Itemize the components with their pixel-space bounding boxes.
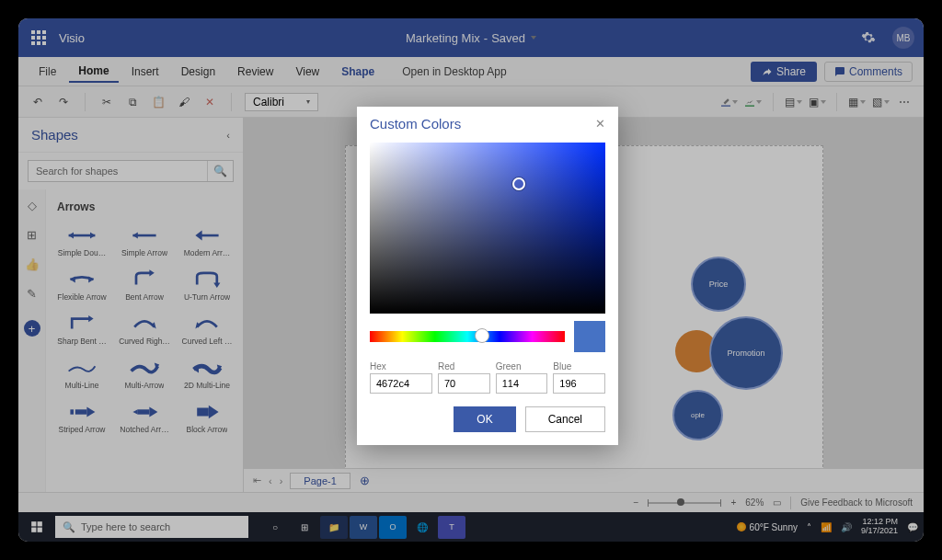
line-color-tool[interactable] bbox=[745, 94, 762, 110]
shape-item[interactable]: Multi-Line bbox=[52, 353, 112, 394]
settings-icon[interactable] bbox=[857, 27, 879, 49]
send-back-icon[interactable]: ▧ bbox=[872, 94, 889, 110]
arrow-shape-icon bbox=[128, 401, 161, 423]
stencil-icon[interactable]: ◇ bbox=[24, 197, 40, 213]
stencil-icon[interactable]: ✎ bbox=[24, 285, 40, 302]
edge-icon[interactable]: 🌐 bbox=[408, 516, 436, 539]
copy-icon[interactable]: ⧉ bbox=[124, 94, 141, 110]
close-icon[interactable]: ✕ bbox=[595, 117, 605, 131]
shape-label: Multi-Line bbox=[65, 381, 99, 390]
delete-icon[interactable]: ✕ bbox=[201, 94, 218, 110]
bring-front-icon[interactable]: ▦ bbox=[848, 94, 865, 110]
tab-review[interactable]: Review bbox=[228, 62, 282, 82]
shape-item[interactable]: Sharp Bent … bbox=[52, 309, 112, 349]
tab-design[interactable]: Design bbox=[172, 62, 224, 82]
blue-input[interactable] bbox=[553, 373, 605, 394]
redo-icon[interactable]: ↷ bbox=[55, 94, 72, 110]
teams-icon[interactable]: T bbox=[438, 516, 465, 539]
network-icon[interactable]: 📶 bbox=[821, 522, 832, 532]
shape-item[interactable]: Curved Righ… bbox=[114, 309, 175, 349]
shape-item[interactable]: Bent Arrow bbox=[114, 265, 175, 305]
paste-icon[interactable]: 📋 bbox=[150, 94, 167, 110]
feedback-link[interactable]: Give Feedback to Microsoft bbox=[800, 497, 913, 508]
shape-item[interactable]: Block Arrow bbox=[177, 397, 237, 438]
doc-title[interactable]: Marketing Mix - Saved bbox=[85, 31, 857, 45]
arrow-shape-icon bbox=[65, 357, 98, 379]
diagram-circle[interactable]: Price bbox=[691, 257, 746, 312]
svg-rect-27 bbox=[31, 521, 36, 526]
clock[interactable]: 12:12 PM 9/17/2021 bbox=[861, 518, 898, 536]
cancel-button[interactable]: Cancel bbox=[525, 406, 605, 432]
arrange-tool[interactable]: ▣ bbox=[809, 94, 825, 110]
page-first-icon[interactable]: ⇤ bbox=[253, 474, 261, 486]
fill-color-tool[interactable] bbox=[721, 94, 738, 110]
add-page-button[interactable]: ⊕ bbox=[358, 473, 373, 488]
shape-item[interactable]: Simple Dou… bbox=[52, 221, 112, 261]
tab-shape[interactable]: Shape bbox=[332, 62, 384, 82]
diagram-circle[interactable]: ople bbox=[672, 390, 723, 440]
page-tab[interactable]: Page-1 bbox=[290, 473, 350, 489]
fit-page-icon[interactable]: ▭ bbox=[773, 497, 781, 508]
zoom-out-icon[interactable]: − bbox=[634, 497, 639, 508]
font-selector[interactable]: Calibri▾ bbox=[245, 93, 318, 111]
hue-thumb[interactable] bbox=[475, 328, 489, 343]
more-icon[interactable]: ⋯ bbox=[896, 94, 913, 110]
shape-item[interactable]: U-Turn Arrow bbox=[177, 265, 237, 305]
weather-widget[interactable]: 60°F Sunny bbox=[737, 522, 798, 532]
start-button[interactable] bbox=[24, 516, 50, 538]
taskbar-search[interactable]: 🔍 Type here to search bbox=[55, 516, 248, 538]
red-input[interactable] bbox=[438, 373, 490, 394]
open-in-desktop[interactable]: Open in Desktop App bbox=[402, 65, 506, 78]
share-button[interactable]: Share bbox=[751, 62, 817, 82]
format-painter-icon[interactable]: 🖌 bbox=[176, 94, 192, 110]
tab-home[interactable]: Home bbox=[69, 61, 118, 83]
diagram-circle[interactable]: Promotion bbox=[709, 316, 783, 390]
add-stencil-button[interactable]: + bbox=[24, 320, 40, 337]
outlook-icon[interactable]: O bbox=[379, 516, 407, 539]
file-explorer-icon[interactable]: 📁 bbox=[320, 516, 348, 539]
sound-icon[interactable]: 🔊 bbox=[841, 522, 852, 532]
align-tool[interactable]: ▤ bbox=[785, 94, 801, 110]
undo-icon[interactable]: ↶ bbox=[29, 94, 46, 110]
app-launcher-icon[interactable] bbox=[31, 30, 46, 45]
svg-marker-26 bbox=[209, 406, 219, 418]
saturation-value-picker[interactable] bbox=[370, 143, 605, 314]
shape-item[interactable]: Curved Left … bbox=[177, 309, 237, 349]
tab-insert[interactable]: Insert bbox=[122, 62, 168, 82]
task-view-icon[interactable]: ⊞ bbox=[291, 516, 318, 539]
shape-item[interactable]: Simple Arrow bbox=[114, 221, 175, 261]
collapse-panel-icon[interactable]: ‹ bbox=[226, 130, 230, 141]
user-avatar[interactable]: MB bbox=[892, 27, 914, 49]
ok-button[interactable]: OK bbox=[454, 406, 515, 432]
shape-item[interactable]: Striped Arrow bbox=[52, 397, 112, 438]
shape-item[interactable]: Notched Arr… bbox=[114, 397, 175, 438]
tab-view[interactable]: View bbox=[286, 62, 328, 82]
shapes-search-input[interactable] bbox=[29, 161, 207, 181]
hue-slider[interactable] bbox=[370, 331, 565, 342]
shape-item[interactable]: Modern Arr… bbox=[177, 221, 237, 261]
green-input[interactable] bbox=[496, 373, 548, 394]
shape-item[interactable]: Multi-Arrow bbox=[114, 353, 175, 394]
status-bar: − + 62% ▭ Give Feedback to Microsoft bbox=[18, 492, 924, 512]
notifications-icon[interactable]: 💬 bbox=[907, 522, 918, 532]
blue-label: Blue bbox=[553, 361, 605, 371]
shape-item[interactable]: Flexible Arrow bbox=[52, 265, 112, 305]
zoom-slider[interactable] bbox=[648, 502, 721, 504]
stencil-icon[interactable]: ⊞ bbox=[24, 226, 40, 243]
shape-item[interactable]: 2D Multi-Line bbox=[177, 353, 237, 394]
search-icon[interactable]: 🔍 bbox=[207, 161, 233, 181]
page-prev-icon[interactable]: ‹ bbox=[269, 475, 272, 486]
cortana-icon[interactable]: ○ bbox=[261, 516, 289, 539]
comments-button[interactable]: Comments bbox=[824, 62, 913, 82]
word-icon[interactable]: W bbox=[350, 516, 377, 539]
arrow-shape-icon bbox=[190, 224, 224, 246]
hex-input[interactable] bbox=[370, 373, 432, 394]
zoom-in-icon[interactable]: + bbox=[730, 497, 736, 508]
page-next-icon[interactable]: › bbox=[280, 475, 283, 486]
stencil-icon[interactable]: 👍 bbox=[24, 256, 40, 272]
svg-rect-29 bbox=[31, 528, 36, 532]
cut-icon[interactable]: ✂ bbox=[98, 94, 115, 110]
sv-cursor[interactable] bbox=[512, 177, 525, 190]
tab-file[interactable]: File bbox=[29, 62, 65, 82]
tray-chevron-icon[interactable]: ˄ bbox=[807, 522, 811, 532]
